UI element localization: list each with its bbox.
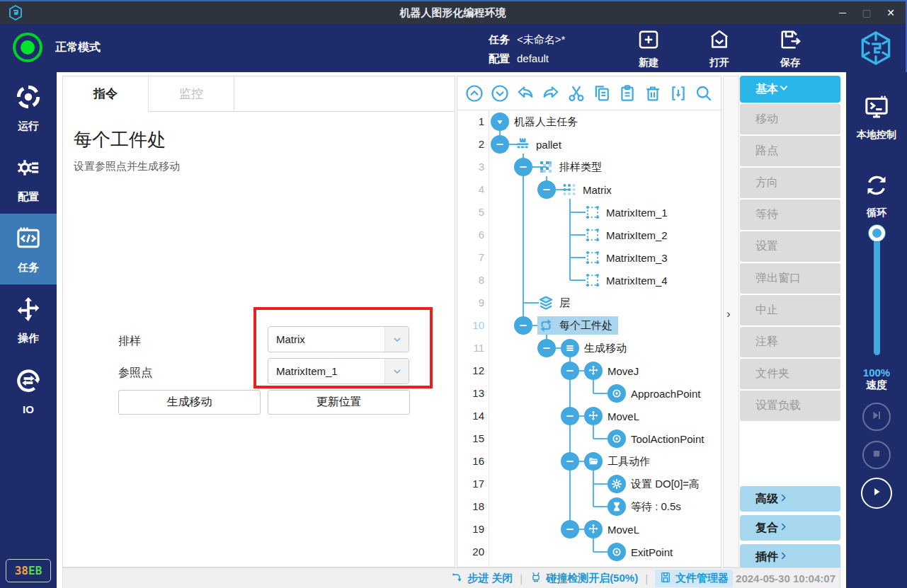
command-item[interactable]: 等待 [740,200,840,230]
rail-item-cycle[interactable]: 循环 [846,171,907,219]
file-manager-button[interactable]: 文件管理器 [655,570,733,587]
tree-row: 14MoveL [457,405,721,427]
speed-slider-track[interactable] [874,238,880,355]
command-group-高级[interactable]: 高级 [740,486,840,512]
sidebar-item-config[interactable]: 配置 [0,143,57,214]
save-button[interactable]: 保存 [765,27,816,69]
new-button[interactable]: 新建 [623,27,674,69]
command-item[interactable]: 设置 [740,231,840,262]
speed-readout: 100% 速度 [846,367,907,392]
waypoint-icon [607,543,626,561]
command-item[interactable]: 文件夹 [740,359,840,389]
reference-point-select[interactable]: MatrixItem_1 [268,358,409,384]
command-item[interactable]: 移动 [740,104,840,134]
sidebar-item-label: 操作 [18,332,39,345]
tree-node-label: ToolActionPoint [631,433,709,445]
command-item[interactable]: 设置负载 [740,391,840,421]
generate-move-button[interactable]: 生成移动 [118,390,261,415]
line-number: 9 [457,292,484,314]
command-item[interactable]: 方向 [740,168,840,198]
titlebar: 机器人图形化编程环境 ─ ▢ ✕ [0,1,906,24]
step-mode-status[interactable]: 步进 关闭 [451,571,513,586]
panel-expander[interactable]: › [723,76,739,567]
command-item[interactable]: 弹出窗口 [740,263,840,294]
tree-node-label: 排样类型 [559,161,607,174]
line-number: 13 [457,382,484,405]
tree-node[interactable]: 层 [537,294,576,312]
copy-icon[interactable] [592,83,612,103]
undo-icon[interactable] [515,83,535,103]
command-group-插件[interactable]: 插件 [740,544,840,570]
collapse-toggle[interactable] [537,339,556,357]
pattern-select[interactable]: Matrix [268,326,409,352]
tree-node[interactable]: ApproachPoint [607,384,706,403]
tree-node[interactable]: ExitPoint [607,543,678,561]
tree-row: 12MoveJ [457,359,721,382]
tree-node[interactable]: 排样类型 [537,158,607,176]
sidebar-item-run[interactable]: 运行 [0,72,57,143]
task-info: 任务<未命名>* 配置default [489,30,565,68]
tree-node[interactable]: pallet [514,135,567,154]
command-item[interactable]: 注释 [740,327,840,357]
save-task-icon [777,27,803,55]
insert-icon[interactable] [668,83,688,103]
minimize-button[interactable]: ─ [832,4,853,22]
command-group-复合[interactable]: 复合 [740,515,840,541]
open-button[interactable]: 打开 [694,27,745,69]
tree-toolbar [457,76,721,110]
tree-node[interactable]: MoveL [584,520,645,538]
tree-row: 13ApproachPoint [457,382,721,405]
hourglass-circle-icon [607,497,626,516]
tree-row: 4Matrix [457,178,721,201]
tree-node[interactable]: 每个工件处 [537,316,618,335]
program-tree: 1机器人主任务2pallet3排样类型4Matrix5MatrixItem_16… [457,110,721,567]
tree-node[interactable]: MatrixItem_3 [584,248,673,267]
tree-row: 17设置 DO[0]=高 [457,473,721,495]
collapse-toggle[interactable] [561,407,579,425]
collapse-all-icon[interactable] [464,83,484,103]
search-icon[interactable] [694,83,714,103]
collapse-toggle[interactable] [561,520,579,538]
collapse-toggle[interactable] [514,158,532,176]
tree-node[interactable]: Matrix [561,180,617,199]
collapse-toggle[interactable] [514,316,532,335]
tree-node[interactable]: 工具动作 [584,452,656,471]
rail-item-local-control[interactable]: 本地控制 [846,93,907,142]
matrix-item-icon [584,204,601,221]
tab-monitor[interactable]: 监控 [149,76,234,111]
tree-node[interactable]: MoveL [584,407,645,425]
page-title: 每个工件处 [74,127,166,152]
play-button[interactable] [861,478,892,509]
speed-slider-thumb[interactable] [869,225,885,241]
sidebar-item-io[interactable]: IO [0,355,57,426]
tree-node[interactable]: 机器人主任务 [491,113,583,131]
update-position-button[interactable]: 更新位置 [268,390,410,415]
tree-node[interactable]: 等待 : 0.5s [607,497,687,516]
command-item[interactable]: 中止 [740,295,840,325]
collapse-toggle[interactable] [537,180,556,199]
command-item[interactable]: 路点 [740,136,840,166]
tree-node[interactable]: MoveJ [584,362,644,380]
command-category-basic[interactable]: 基本 [740,76,840,103]
tree-node[interactable]: MatrixItem_2 [584,226,673,244]
expand-all-icon[interactable] [490,83,510,103]
tree-node[interactable]: 生成移动 [561,339,632,357]
tree-node[interactable]: 设置 DO[0]=高 [607,475,705,493]
tab-instruction[interactable]: 指令 [63,76,149,112]
collapse-toggle[interactable] [491,135,509,154]
tree-node[interactable]: MatrixItem_1 [584,203,673,221]
tree-node[interactable]: MatrixItem_4 [584,271,673,289]
collapse-toggle[interactable] [561,452,579,471]
sidebar-item-task[interactable]: 任务 [0,214,57,284]
cut-icon[interactable] [566,83,586,103]
paste-icon[interactable] [617,83,637,103]
move-circle-icon [584,362,603,380]
sidebar-item-operate[interactable]: 操作 [0,284,57,355]
collision-detect-status[interactable]: 碰撞检测开启(50%) [530,571,638,586]
close-button[interactable]: ✕ [880,4,901,22]
redo-icon[interactable] [541,83,561,103]
tree-node[interactable]: ToolActionPoint [607,430,709,448]
collapse-toggle[interactable] [561,362,579,380]
delete-icon[interactable] [643,83,663,103]
maximize-button[interactable]: ▢ [856,4,877,22]
